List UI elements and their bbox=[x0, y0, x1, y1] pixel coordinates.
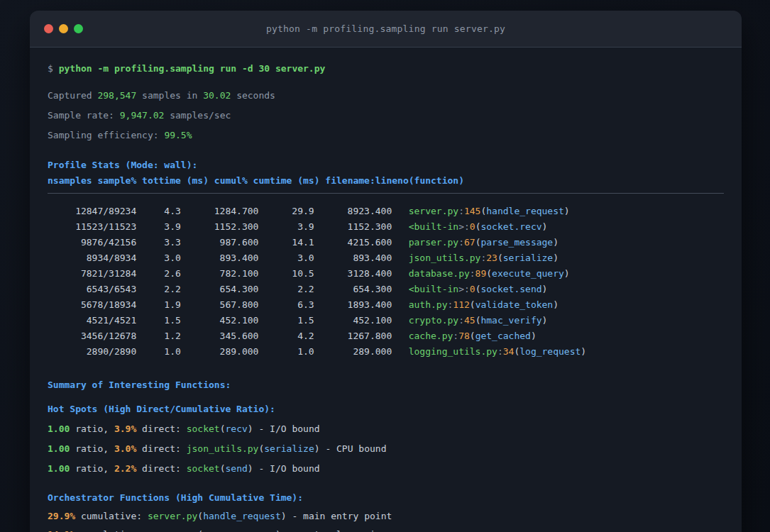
file-name: <built-in bbox=[409, 221, 458, 232]
hot-spot-line-3-seg-7: ) bbox=[248, 463, 253, 474]
window-title: python -m profiling.sampling run server.… bbox=[30, 23, 742, 34]
sample-pct-value: 2.2 bbox=[136, 282, 181, 297]
orchestrator-line-2: 14.1% cumulative: parser.py(parse_messag… bbox=[48, 527, 724, 532]
line-number: 34 bbox=[503, 346, 515, 357]
efficiency-line: Sampling efficiency: 99.5% bbox=[48, 128, 724, 143]
hot-spot-line-3-seg-1: ratio, bbox=[70, 463, 114, 474]
close-paren: ) bbox=[553, 237, 559, 248]
line-number: 0 bbox=[470, 284, 475, 294]
close-paren: ) bbox=[542, 221, 548, 232]
orchestrator-line-1-seg-0: 29.9% bbox=[48, 511, 75, 521]
cumtime-value: 452.100 bbox=[314, 313, 392, 328]
function-name: hmac_verify bbox=[480, 315, 541, 326]
hot-spot-line-2-seg-7: ) bbox=[314, 443, 320, 454]
close-paren: ) bbox=[581, 346, 586, 357]
function-name: socket.recv bbox=[480, 221, 541, 232]
close-paren: ) bbox=[531, 331, 537, 341]
cumul-pct-value: 4.2 bbox=[258, 328, 314, 344]
close-button[interactable] bbox=[44, 24, 53, 33]
orchestrator-line-2-seg-6: - protocol parsing bbox=[281, 529, 387, 532]
efficiency-line-seg-0: Sampling efficiency: bbox=[48, 130, 164, 140]
nsamples-value: 4521/4521 bbox=[48, 313, 136, 328]
line-number: 67 bbox=[464, 237, 475, 248]
sample-rate-line-seg-0: Sample rate: bbox=[48, 110, 120, 121]
hot-spots-heading: Hot Spots (High Direct/Cumulative Ratio)… bbox=[48, 401, 724, 417]
profile-stats-heading-seg-0: Profile Stats (Mode: wall): bbox=[48, 160, 197, 170]
orchestrator-line-1: 29.9% cumulative: server.py(handle_reque… bbox=[48, 509, 724, 524]
tottime-value: 987.600 bbox=[181, 235, 259, 250]
orchestrator-line-1-seg-3: ( bbox=[197, 511, 203, 521]
stats-row: 8934/89343.0893.4003.0893.400json_utils.… bbox=[48, 250, 724, 266]
minimize-button[interactable] bbox=[59, 24, 68, 33]
file-name: database.py bbox=[409, 268, 470, 279]
file-name: auth.py bbox=[409, 299, 448, 310]
line-number: 89 bbox=[475, 268, 487, 279]
line-number: 145 bbox=[464, 206, 480, 216]
sample-rate-line: Sample rate: 9,947.02 samples/sec bbox=[48, 108, 724, 123]
nsamples-value: 7821/31284 bbox=[48, 266, 136, 282]
file-name: parser.py bbox=[409, 237, 458, 248]
hot-spot-line-3-seg-5: ( bbox=[220, 463, 226, 474]
captured-line-seg-4: seconds bbox=[231, 90, 275, 101]
stats-row: 4521/45211.5452.1001.5452.100crypto.py:4… bbox=[48, 313, 724, 328]
cumul-pct-value: 2.2 bbox=[258, 282, 314, 297]
hot-spot-line-2-seg-0: 1.00 bbox=[48, 443, 70, 454]
orchestrator-line-2-seg-1: cumulative: bbox=[75, 529, 148, 532]
function-name: serialize bbox=[503, 253, 553, 263]
stats-table-header: nsamples sample% tottime (ms) cumul% cum… bbox=[48, 173, 724, 189]
hot-spot-line-1: 1.00 ratio, 3.9% direct: socket(recv) - … bbox=[48, 421, 724, 437]
cumul-pct-value: 29.9 bbox=[258, 204, 314, 219]
line-number: 45 bbox=[464, 315, 475, 326]
sample-rate-line-seg-2: samples/sec bbox=[164, 110, 231, 121]
hot-spot-line-3-seg-8: - I/O bound bbox=[253, 463, 320, 474]
open-paren: ( bbox=[497, 253, 503, 263]
orchestrator-heading-seg-0: Orchestrator Functions (High Cumulative … bbox=[48, 492, 303, 503]
tottime-value: 893.400 bbox=[181, 250, 259, 266]
zoom-button[interactable] bbox=[74, 24, 83, 33]
tottime-value: 782.100 bbox=[181, 266, 259, 282]
close-paren: ) bbox=[564, 206, 570, 216]
open-paren: ( bbox=[470, 299, 475, 310]
captured-line: Captured 298,547 samples in 30.02 second… bbox=[48, 88, 724, 104]
hot-spot-line-3-seg-3: direct: bbox=[136, 463, 186, 474]
file-name: logging_utils.py bbox=[409, 346, 497, 357]
cumtime-value: 8923.400 bbox=[314, 204, 392, 219]
nsamples-value: 8934/8934 bbox=[48, 250, 136, 266]
open-paren: ( bbox=[486, 268, 492, 279]
sample-pct-value: 1.2 bbox=[136, 328, 181, 344]
titlebar[interactable]: python -m profiling.sampling run server.… bbox=[30, 11, 742, 48]
file-name: <built-in bbox=[409, 284, 458, 294]
stats-table-divider bbox=[48, 193, 724, 194]
summary-heading: Summary of Interesting Functions: bbox=[48, 377, 724, 393]
nsamples-value: 5678/18934 bbox=[48, 297, 136, 313]
close-paren: ) bbox=[542, 284, 548, 294]
function-name: execute_query bbox=[492, 268, 564, 279]
nsamples-value: 6543/6543 bbox=[48, 282, 136, 297]
tottime-value: 1284.700 bbox=[181, 204, 259, 219]
captured-line-seg-0: Captured bbox=[48, 90, 97, 101]
hot-spot-line-2-seg-1: ratio, bbox=[70, 443, 114, 454]
separator: : bbox=[458, 315, 464, 326]
stats-row: 5678/189341.9567.8006.31893.400auth.py:1… bbox=[48, 297, 724, 313]
terminal-output[interactable]: $ python -m profiling.sampling run -d 30… bbox=[30, 48, 742, 532]
hot-spot-line-3-seg-4: socket bbox=[187, 463, 220, 474]
cumtime-value: 893.400 bbox=[314, 250, 392, 266]
hot-spots-heading-seg-0: Hot Spots (High Direct/Cumulative Ratio)… bbox=[48, 404, 275, 414]
hot-spot-line-3-seg-2: 2.2% bbox=[114, 463, 136, 474]
hot-spot-line-2-seg-6: serialize bbox=[264, 443, 314, 454]
command-line: $ python -m profiling.sampling run -d 30… bbox=[48, 61, 724, 77]
sample-pct-value: 3.9 bbox=[136, 219, 181, 235]
orchestrator-line-2-seg-4: parse_message bbox=[203, 529, 275, 532]
tottime-value: 345.600 bbox=[181, 328, 259, 344]
separator: : bbox=[458, 206, 464, 216]
function-name: validate_token bbox=[475, 299, 554, 310]
stats-row: 3456/126781.2345.6004.21267.800cache.py:… bbox=[48, 328, 724, 344]
hot-spot-line-1-seg-7: ) bbox=[248, 423, 253, 434]
traffic-lights bbox=[44, 11, 83, 47]
orchestrator-line-2-seg-0: 14.1% bbox=[48, 529, 75, 532]
sample-pct-value: 4.3 bbox=[136, 204, 181, 219]
hot-spot-line-1-seg-6: recv bbox=[226, 423, 248, 434]
cumtime-value: 4215.600 bbox=[314, 235, 392, 250]
cumul-pct-value: 14.1 bbox=[258, 235, 314, 250]
close-paren: ) bbox=[553, 299, 559, 310]
